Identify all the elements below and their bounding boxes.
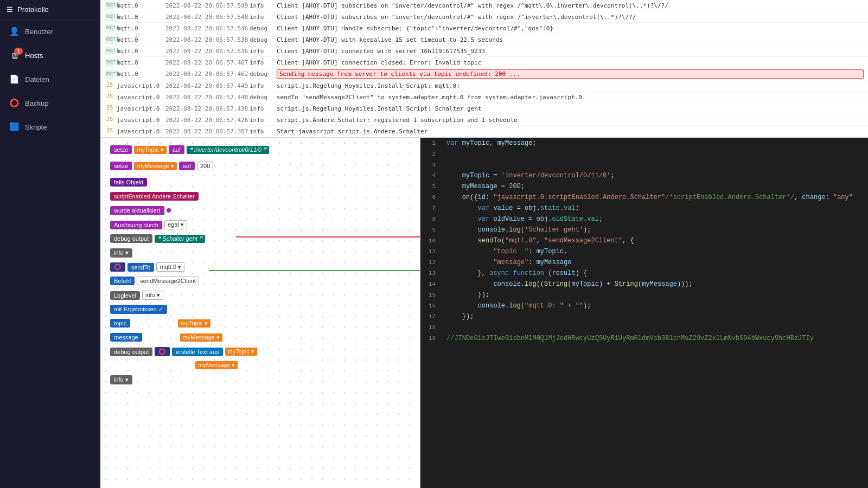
- message-label: message: [110, 333, 142, 342]
- code-line-12: 12 "message": myMessage: [420, 257, 868, 268]
- block-debug1[interactable]: debug output ❝ Schalter geht ❞: [110, 234, 205, 245]
- log-level: info: [250, 14, 277, 21]
- log-source: mqtt.0: [117, 36, 165, 43]
- mytopic-var[interactable]: myTopic ▾: [134, 146, 166, 154]
- mqtt-icon: mqtt: [105, 24, 113, 33]
- mytopic2-var[interactable]: myTopic ▾: [225, 348, 257, 356]
- log-level: info: [250, 59, 277, 66]
- code-line-9: 9 console.log('Schalter geht');: [420, 224, 868, 235]
- sidebar-item-backup[interactable]: ⭕ Backup: [0, 91, 100, 115]
- code-line-13: 13 }, async function (result) {: [420, 268, 868, 279]
- log-source: javascript.0: [117, 128, 165, 135]
- sidebar-label-backup: Backup: [25, 99, 48, 107]
- code-line-5: 5 myMessage = 200;: [420, 181, 868, 192]
- log-level: info: [250, 48, 277, 55]
- mymessage-var[interactable]: myMessage ▾: [134, 162, 176, 170]
- debug-label: debug output: [110, 234, 152, 243]
- info2-label: info ▾: [110, 375, 132, 384]
- line-content: sendTo("mqtt.0", "sendMessage2Client", {: [442, 235, 868, 246]
- wurde-label: wurde aktualisiert: [110, 206, 164, 215]
- blockly-canvas[interactable]: .bk { position: absolute; } .b { display…: [100, 138, 420, 488]
- block-setze-mymessage[interactable]: setze myMessage ▾ auf 200: [110, 162, 213, 172]
- block-loglevel[interactable]: Loglevel info ▾: [110, 291, 163, 302]
- block-topic-row[interactable]: topic myTopic ▾: [110, 319, 210, 330]
- mqtt-val[interactable]: mqtt.0 ▾: [156, 262, 184, 272]
- mqtt-icon: mqtt: [105, 47, 113, 55]
- code-line-14: 14 console.log((String(myTopic) + String…: [420, 279, 868, 290]
- line-content: var oldValue = obj.oldState.val;: [442, 214, 868, 224]
- log-message: Client [AHOY-DTU] subscribes on "inverte…: [277, 2, 864, 9]
- block-mymessage2-row[interactable]: myMessage ▾: [195, 361, 238, 371]
- code-editor[interactable]: 1 var myTopic, myMessage; 2 3 4 myTopic …: [420, 138, 868, 488]
- js-icon: JS: [105, 115, 113, 124]
- log-panel[interactable]: mqtt mqtt.0 2022-08-22 20:06:57.549 info…: [100, 0, 868, 138]
- code-line-16: 16 console.log("mqtt.0: " + "");: [420, 300, 868, 311]
- line-num: 12: [420, 257, 442, 268]
- falls-label: falls Objekt: [110, 178, 147, 187]
- js-icon: JS: [105, 127, 113, 136]
- loglevel-val[interactable]: info ▾: [142, 291, 163, 300]
- sidebar-item-benutzer[interactable]: 👤 Benutzer: [0, 20, 100, 43]
- sidebar-item-skripte[interactable]: 🟦 Skripte: [0, 115, 100, 139]
- main-content: mqtt mqtt.0 2022-08-22 20:06:57.549 info…: [100, 0, 868, 488]
- schalter-str: ❝ Schalter geht ❞: [155, 235, 205, 243]
- line-content: });: [442, 290, 868, 300]
- log-time: 2022-08-22 20:06:57.387: [165, 128, 250, 135]
- line-num: 11: [420, 246, 442, 257]
- block-info2[interactable]: info ▾: [110, 375, 132, 387]
- line-num: 3: [420, 159, 442, 170]
- sidebar-header[interactable]: ☰ Protokolle: [0, 0, 100, 20]
- mymessage2-var[interactable]: myMessage ▾: [195, 361, 238, 369]
- log-row: JS javascript.0 2022-08-22 20:06:57.438 …: [100, 103, 868, 114]
- app-container: ☰ Protokolle 👤 Benutzer 1 🖥 Hosts 📄 Date…: [0, 0, 868, 488]
- benutzer-icon: 👤: [9, 26, 20, 37]
- sidebar-item-dateien[interactable]: 📄 Dateien: [0, 67, 100, 91]
- line-content: myTopic = 'inverter/devcontrol/0/11/0';: [442, 170, 868, 181]
- log-source: mqtt.0: [117, 70, 165, 78]
- line-num: 6: [420, 192, 442, 203]
- log-row: mqtt mqtt.0 2022-08-22 20:06:57.546 debu…: [100, 23, 868, 34]
- loglevel-label: Loglevel: [110, 291, 140, 300]
- egal-val[interactable]: egal ▾: [164, 220, 187, 229]
- block-debug2-row[interactable]: debug output ⭕ erstelle Text aus myTopic…: [110, 347, 257, 358]
- log-source: mqtt.0: [117, 48, 165, 55]
- sidebar-title: Protokolle: [17, 5, 49, 14]
- setze-label: setze: [110, 145, 132, 154]
- log-message: Client [AHOY-DTU] with keepalive 15 set …: [277, 36, 864, 43]
- skripte-icon: 🟦: [9, 121, 20, 132]
- block-wurde[interactable]: wurde aktualisiert: [110, 206, 171, 217]
- line-num: 2: [420, 149, 442, 159]
- sidebar: ☰ Protokolle 👤 Benutzer 1 🖥 Hosts 📄 Date…: [0, 0, 100, 488]
- sendto-icon: ⭕: [110, 262, 125, 272]
- block-falls[interactable]: falls Objekt: [110, 178, 147, 189]
- log-source: javascript.0: [117, 82, 165, 89]
- log-level: info: [250, 82, 277, 89]
- sidebar-item-hosts[interactable]: 1 🖥 Hosts: [0, 43, 100, 67]
- topic-myvar[interactable]: myTopic ▾: [178, 319, 210, 328]
- block-script[interactable]: scriptEnabled.Andere.Schalter: [110, 192, 199, 203]
- block-auslosung[interactable]: Auslösung durch egal ▾: [110, 220, 187, 232]
- block-info1[interactable]: info ▾: [110, 248, 132, 260]
- message-myvar[interactable]: myMessage ▾: [180, 333, 222, 342]
- line-num: 10: [420, 235, 442, 246]
- code-line-2: 2: [420, 149, 868, 159]
- erstelle-label: erstelle Text aus: [172, 348, 222, 356]
- block-mit[interactable]: mit Ergebnissen ✓: [110, 305, 167, 316]
- block-setze-mytopic[interactable]: setze myTopic ▾ auf ❝ inverter/devcontro…: [110, 145, 269, 156]
- info-label: info ▾: [110, 248, 132, 258]
- wurde-dot: [167, 208, 171, 213]
- log-row: JS javascript.0 2022-08-22 20:06:57.426 …: [100, 114, 868, 126]
- line-content: console.log("mqtt.0: " + "");: [442, 300, 868, 311]
- block-message-row[interactable]: message myMessage ▾: [110, 333, 222, 344]
- log-level: info: [250, 2, 277, 9]
- log-message: script.js.Regelung_Hoymiles.Install_Scri…: [277, 105, 864, 112]
- block-befehl[interactable]: Befehl sendMessage2Client: [110, 277, 199, 287]
- log-message: Client [AHOY-DTU] Handle subscribe: {"to…: [277, 25, 864, 32]
- line-content: //JTNDeG1sJTIweG1sbnMlM0QlMjJodHRwcyUzQS…: [442, 333, 868, 344]
- log-time: 2022-08-22 20:06:57.426: [165, 117, 250, 124]
- line-content: console.log('Schalter geht');: [442, 224, 868, 235]
- line-num: 17: [420, 311, 442, 322]
- line-content: on({id: "javascript.0.scriptEnabled.Ande…: [442, 192, 868, 203]
- line-content: "message": myMessage: [442, 257, 868, 268]
- block-sendto[interactable]: ⭕ sendTo mqtt.0 ▾: [110, 262, 184, 274]
